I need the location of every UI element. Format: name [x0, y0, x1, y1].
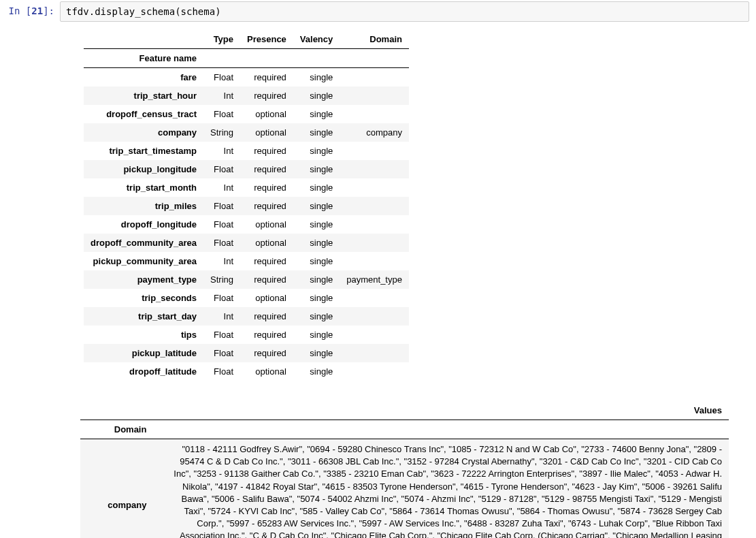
values-header: Values	[153, 401, 729, 420]
table-row: dropoff_census_tractFloatoptionalsingle	[84, 105, 409, 123]
table-row: pickup_community_areaIntrequiredsingle	[84, 252, 409, 270]
type-cell: Float	[203, 105, 240, 123]
feature-name: company	[84, 123, 203, 142]
table-row: fareFloatrequiredsingle	[84, 68, 409, 87]
valency-cell: single	[293, 326, 340, 344]
valency-cell: single	[293, 270, 340, 289]
domain-cell	[340, 68, 409, 87]
table-row: trip_secondsFloatoptionalsingle	[84, 289, 409, 307]
feature-name: tips	[84, 326, 203, 344]
valency-cell: single	[293, 307, 340, 326]
feature-name: pickup_community_area	[84, 252, 203, 270]
table-row: trip_start_dayIntrequiredsingle	[84, 307, 409, 326]
feature-name: trip_start_hour	[84, 86, 203, 105]
domain-cell	[340, 307, 409, 326]
table-row: dropoff_longitudeFloatoptionalsingle	[84, 215, 409, 234]
feature-name: pickup_longitude	[84, 160, 203, 178]
valency-cell: single	[293, 86, 340, 105]
domain-cell	[340, 326, 409, 344]
domain-cell	[340, 234, 409, 252]
feature-name: dropoff_community_area	[84, 234, 203, 252]
table-row: trip_start_hourIntrequiredsingle	[84, 86, 409, 105]
presence-cell: required	[240, 68, 293, 87]
output-prompt	[7, 30, 60, 538]
domain-cell	[340, 160, 409, 178]
output-area: Type Presence Valency Domain Feature nam…	[0, 23, 756, 538]
type-cell: Int	[203, 307, 240, 326]
domain-values: "0118 - 42111 Godfrey S.Awir", "0694 - 5…	[153, 439, 729, 539]
table-row: trip_milesFloatrequiredsingle	[84, 197, 409, 215]
type-cell: Float	[203, 234, 240, 252]
output-content: Type Presence Valency Domain Feature nam…	[60, 30, 749, 538]
valency-cell: single	[293, 105, 340, 123]
feature-name: trip_start_month	[84, 178, 203, 197]
presence-cell: required	[240, 86, 293, 105]
domain-cell	[340, 362, 409, 381]
domains-table: Values Domain company"0118 - 42111 Godfr…	[80, 401, 729, 538]
presence-cell: required	[240, 160, 293, 178]
type-cell: Float	[203, 344, 240, 362]
feature-name: dropoff_longitude	[84, 215, 203, 234]
table-row: pickup_longitudeFloatrequiredsingle	[84, 160, 409, 178]
domain-cell	[340, 215, 409, 234]
table-row: trip_start_timestampIntrequiredsingle	[84, 142, 409, 160]
valency-cell: single	[293, 234, 340, 252]
table-row: payment_typeStringrequiredsinglepayment_…	[84, 270, 409, 289]
table-row: dropoff_community_areaFloatoptionalsingl…	[84, 234, 409, 252]
table-row: companyStringoptionalsinglecompany	[84, 123, 409, 142]
domain-cell	[340, 178, 409, 197]
blank-header	[84, 30, 203, 49]
type-cell: Int	[203, 142, 240, 160]
presence-cell: required	[240, 142, 293, 160]
code-input[interactable]: tfdv.display_schema(schema)	[60, 1, 749, 22]
type-cell: Int	[203, 86, 240, 105]
domain-cell	[340, 197, 409, 215]
feature-name: dropoff_latitude	[84, 362, 203, 381]
domain-cell	[340, 142, 409, 160]
domain-cell	[340, 344, 409, 362]
valency-cell: single	[293, 289, 340, 307]
feature-name: payment_type	[84, 270, 203, 289]
domain-cell	[340, 289, 409, 307]
domain-cell: company	[340, 123, 409, 142]
prompt-suffix: ]:	[43, 5, 54, 16]
valency-cell: single	[293, 68, 340, 87]
presence-cell: optional	[240, 234, 293, 252]
feature-name-header: Feature name	[84, 49, 203, 68]
table-row: tipsFloatrequiredsingle	[84, 326, 409, 344]
type-cell: Float	[203, 68, 240, 87]
presence-cell: optional	[240, 215, 293, 234]
type-cell: String	[203, 270, 240, 289]
type-cell: Float	[203, 197, 240, 215]
type-cell: String	[203, 123, 240, 142]
presence-cell: optional	[240, 362, 293, 381]
feature-name: trip_seconds	[84, 289, 203, 307]
feature-name: trip_start_timestamp	[84, 142, 203, 160]
table-row: pickup_latitudeFloatrequiredsingle	[84, 344, 409, 362]
presence-cell: required	[240, 270, 293, 289]
valency-cell: single	[293, 362, 340, 381]
valency-cell: single	[293, 142, 340, 160]
domain-cell	[340, 86, 409, 105]
valency-header: Valency	[293, 30, 340, 49]
presence-cell: required	[240, 252, 293, 270]
domain-col-header: Domain	[80, 420, 153, 439]
presence-cell: required	[240, 326, 293, 344]
type-cell: Int	[203, 252, 240, 270]
table-row: trip_start_monthIntrequiredsingle	[84, 178, 409, 197]
table-row: company"0118 - 42111 Godfrey S.Awir", "0…	[80, 439, 729, 539]
presence-cell: required	[240, 307, 293, 326]
domain-cell	[340, 105, 409, 123]
feature-name: trip_miles	[84, 197, 203, 215]
type-cell: Float	[203, 160, 240, 178]
feature-name: pickup_latitude	[84, 344, 203, 362]
type-header: Type	[203, 30, 240, 49]
type-cell: Int	[203, 178, 240, 197]
feature-name: dropoff_census_tract	[84, 105, 203, 123]
valency-cell: single	[293, 197, 340, 215]
feature-name: fare	[84, 68, 203, 87]
presence-cell: optional	[240, 105, 293, 123]
domain-cell	[340, 252, 409, 270]
input-cell: In [21]: tfdv.display_schema(schema)	[0, 0, 756, 23]
type-cell: Float	[203, 215, 240, 234]
